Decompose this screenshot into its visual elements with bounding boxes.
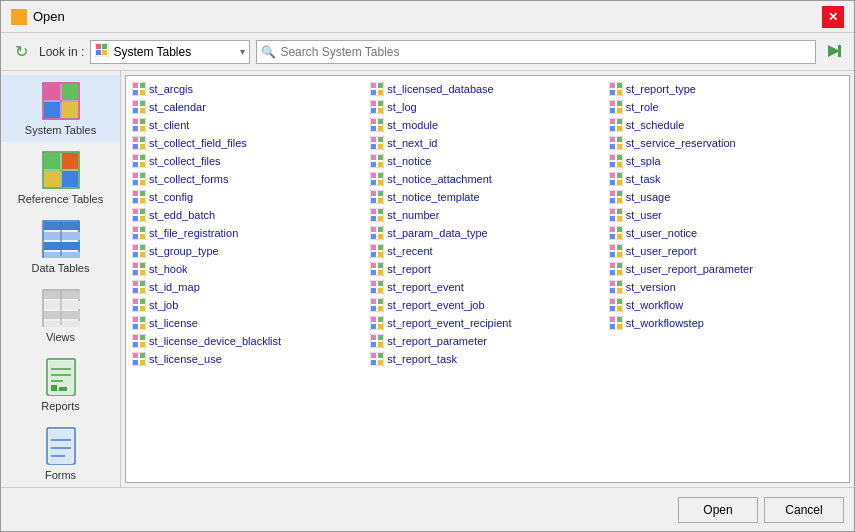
list-item[interactable]: st_group_type <box>130 242 368 260</box>
sidebar-item-forms[interactable]: Forms <box>1 420 120 487</box>
list-item[interactable]: st_usage <box>607 188 845 206</box>
svg-rect-231 <box>617 162 622 167</box>
svg-rect-30 <box>44 291 80 299</box>
svg-rect-194 <box>378 317 383 322</box>
svg-rect-51 <box>140 90 145 95</box>
svg-rect-116 <box>140 324 145 329</box>
sidebar-item-data-tables[interactable]: Data Tables <box>1 213 120 280</box>
svg-rect-161 <box>378 198 383 203</box>
list-item[interactable]: st_spla <box>607 152 845 170</box>
list-item[interactable]: st_task <box>607 170 845 188</box>
list-item[interactable]: st_report_event <box>368 278 606 296</box>
list-item[interactable]: st_collect_field_files <box>130 134 368 152</box>
svg-rect-94 <box>140 245 145 250</box>
list-item[interactable]: st_job <box>130 296 368 314</box>
list-item[interactable]: st_report <box>368 260 606 278</box>
list-item[interactable]: st_collect_files <box>130 152 368 170</box>
list-item[interactable]: st_next_id <box>368 134 606 152</box>
list-item[interactable]: st_report_event_job <box>368 296 606 314</box>
list-item[interactable]: st_client <box>130 116 368 134</box>
list-item[interactable]: st_calendar <box>130 98 368 116</box>
look-in-dropdown[interactable]: System Tables ▾ <box>90 40 250 64</box>
svg-rect-214 <box>617 101 622 106</box>
list-item[interactable]: st_service_reservation <box>607 134 845 152</box>
list-item[interactable]: st_hook <box>130 260 368 278</box>
svg-rect-274 <box>617 317 622 322</box>
svg-rect-193 <box>371 317 376 322</box>
list-item[interactable]: st_report_task <box>368 350 606 368</box>
sidebar-item-system-tables[interactable]: System Tables <box>1 75 120 142</box>
svg-rect-256 <box>617 252 622 257</box>
svg-rect-68 <box>133 155 138 160</box>
list-item[interactable]: st_arcgis <box>130 80 368 98</box>
svg-rect-53 <box>133 101 138 106</box>
list-item[interactable]: st_version <box>607 278 845 296</box>
svg-rect-55 <box>133 108 138 113</box>
sidebar-item-reference-tables[interactable]: Reference Tables <box>1 144 120 211</box>
list-item[interactable]: st_param_data_type <box>368 224 606 242</box>
list-item[interactable]: st_report_parameter <box>368 332 606 350</box>
svg-rect-11 <box>62 84 78 100</box>
svg-rect-234 <box>617 173 622 178</box>
sidebar-item-views[interactable]: Views <box>1 282 120 349</box>
list-item[interactable]: st_user_notice <box>607 224 845 242</box>
sidebar-label-system-tables: System Tables <box>25 124 96 136</box>
svg-rect-238 <box>610 191 615 196</box>
svg-rect-275 <box>610 324 615 329</box>
list-item[interactable]: st_user_report <box>607 242 845 260</box>
list-item[interactable]: st_recent <box>368 242 606 260</box>
svg-rect-58 <box>133 119 138 124</box>
svg-rect-98 <box>133 263 138 268</box>
svg-rect-71 <box>140 162 145 167</box>
svg-rect-69 <box>140 155 145 160</box>
list-item[interactable]: st_user <box>607 206 845 224</box>
svg-rect-174 <box>378 245 383 250</box>
list-item[interactable]: st_report_event_recipient <box>368 314 606 332</box>
list-item[interactable]: st_license <box>130 314 368 332</box>
list-item[interactable]: st_role <box>607 98 845 116</box>
list-item[interactable]: st_log <box>368 98 606 116</box>
list-item[interactable]: st_notice_attachment <box>368 170 606 188</box>
svg-rect-158 <box>371 191 376 196</box>
list-item[interactable]: st_number <box>368 206 606 224</box>
list-item[interactable]: st_id_map <box>130 278 368 296</box>
list-item[interactable]: st_license_use <box>130 350 368 368</box>
list-item[interactable]: st_schedule <box>607 116 845 134</box>
search-icon: 🔍 <box>261 45 276 59</box>
svg-rect-249 <box>617 227 622 232</box>
cancel-button[interactable]: Cancel <box>764 497 844 523</box>
svg-rect-259 <box>617 263 622 268</box>
list-item[interactable]: st_report_type <box>607 80 845 98</box>
list-item[interactable]: st_user_report_parameter <box>607 260 845 278</box>
svg-rect-269 <box>617 299 622 304</box>
list-item[interactable]: st_notice_template <box>368 188 606 206</box>
svg-rect-263 <box>610 281 615 286</box>
search-input[interactable] <box>280 45 811 59</box>
search-box: 🔍 <box>256 40 816 64</box>
svg-rect-6 <box>102 50 107 55</box>
svg-rect-143 <box>371 137 376 142</box>
list-item[interactable]: st_workflowstep <box>607 314 845 332</box>
refresh-button[interactable]: ↻ <box>9 40 33 64</box>
list-item[interactable]: st_config <box>130 188 368 206</box>
svg-rect-90 <box>133 234 138 239</box>
svg-rect-126 <box>140 360 145 365</box>
forms-icon <box>41 426 81 466</box>
list-item[interactable]: st_licensed_database <box>368 80 606 98</box>
svg-rect-204 <box>378 353 383 358</box>
open-button[interactable]: Open <box>678 497 758 523</box>
list-item[interactable]: st_file_registration <box>130 224 368 242</box>
svg-rect-130 <box>371 90 376 95</box>
close-button[interactable]: ✕ <box>822 6 844 28</box>
list-item[interactable]: st_workflow <box>607 296 845 314</box>
list-item[interactable]: st_edd_batch <box>130 206 368 224</box>
svg-rect-196 <box>378 324 383 329</box>
list-item[interactable]: st_module <box>368 116 606 134</box>
svg-rect-155 <box>371 180 376 185</box>
list-item[interactable]: st_license_device_blacklist <box>130 332 368 350</box>
list-item[interactable]: st_collect_forms <box>130 170 368 188</box>
list-item[interactable]: st_notice <box>368 152 606 170</box>
sidebar-item-reports[interactable]: Reports <box>1 351 120 418</box>
svg-rect-241 <box>617 198 622 203</box>
navigate-button[interactable] <box>822 40 846 64</box>
